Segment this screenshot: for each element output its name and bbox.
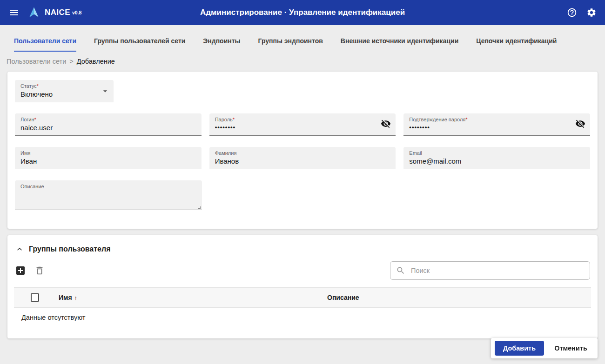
- email-label: Email: [409, 150, 585, 157]
- eye-off-icon[interactable]: [381, 119, 391, 131]
- last-name-input[interactable]: [215, 157, 364, 165]
- user-groups-card: Группы пользователя Имя ↑: [7, 235, 598, 338]
- status-label: Статус*: [20, 83, 108, 90]
- login-input[interactable]: [20, 124, 169, 132]
- table-header-row: Имя ↑ Описание: [14, 287, 591, 308]
- gear-icon[interactable]: [586, 7, 597, 18]
- user-form-card: Статус* Включено Логин* Пароль* Подтверж…: [7, 72, 598, 229]
- password-label: Пароль*: [215, 117, 390, 123]
- login-label: Логин*: [20, 117, 196, 123]
- group-search-box[interactable]: [390, 261, 590, 280]
- breadcrumb-separator: >: [69, 58, 73, 65]
- collapse-chevron-up-icon[interactable]: [15, 245, 24, 254]
- groups-table: Имя ↑ Описание Данные отсутствуют: [14, 287, 591, 338]
- first-name-input[interactable]: [20, 157, 169, 165]
- password-confirm-label: Подтверждение пароля*: [409, 117, 585, 123]
- help-icon[interactable]: [567, 7, 577, 18]
- tab-identity-chains[interactable]: Цепочки идентификаций: [476, 37, 557, 52]
- description-field[interactable]: Описание: [15, 180, 202, 210]
- email-input[interactable]: [409, 157, 558, 165]
- app-header: NAICE v0.8 Администрирование · Управлени…: [0, 0, 605, 25]
- password-confirm-field[interactable]: Подтверждение пароля*: [403, 113, 590, 136]
- breadcrumb-parent[interactable]: Пользователи сети: [7, 58, 66, 65]
- breadcrumb-current: Добавление: [77, 58, 115, 65]
- status-select[interactable]: Статус* Включено: [15, 80, 114, 102]
- search-icon: [396, 266, 405, 275]
- resize-handle-icon[interactable]: [198, 206, 201, 209]
- first-name-field[interactable]: Имя: [15, 147, 202, 169]
- password-confirm-input[interactable]: [409, 124, 558, 131]
- status-value: Включено: [20, 90, 108, 98]
- page-title: Администрирование · Управление идентифик…: [200, 8, 405, 17]
- empty-text: Данные отсутствуют: [21, 314, 85, 321]
- column-header-description[interactable]: Описание: [327, 294, 591, 301]
- main-tabs: Пользователи сети Группы пользователей с…: [0, 25, 605, 52]
- last-name-label: Фамилия: [215, 150, 390, 157]
- app-version: v0.8: [72, 10, 81, 15]
- chevron-down-icon: [101, 86, 110, 96]
- eye-off-icon[interactable]: [575, 119, 585, 131]
- hamburger-menu-icon[interactable]: [8, 7, 20, 18]
- login-field[interactable]: Логин*: [15, 113, 202, 136]
- add-group-button[interactable]: [15, 265, 26, 276]
- tab-endpoint-groups[interactable]: Группы эндпоинтов: [258, 37, 323, 52]
- form-actions-bar: Добавить Отменить: [491, 338, 598, 358]
- email-field[interactable]: Email: [403, 147, 590, 169]
- tab-network-user-groups[interactable]: Группы пользователей сети: [94, 37, 185, 52]
- submit-button[interactable]: Добавить: [495, 341, 544, 356]
- search-input[interactable]: [410, 266, 584, 275]
- tab-external-identity-sources[interactable]: Внешние источники идентификации: [341, 37, 458, 52]
- app-logo-icon: [27, 6, 41, 19]
- tab-endpoints[interactable]: Эндпоинты: [203, 37, 240, 52]
- section-title: Группы пользователя: [29, 245, 110, 253]
- description-label: Описание: [20, 184, 196, 190]
- description-input[interactable]: [20, 191, 170, 199]
- cancel-button[interactable]: Отменить: [548, 341, 594, 356]
- delete-group-button[interactable]: [34, 265, 45, 276]
- password-field[interactable]: Пароль*: [209, 113, 396, 136]
- table-empty-row: Данные отсутствуют: [14, 308, 591, 327]
- breadcrumb: Пользователи сети > Добавление: [7, 58, 605, 65]
- last-name-field[interactable]: Фамилия: [209, 147, 396, 169]
- select-all-checkbox[interactable]: [31, 293, 39, 302]
- first-name-label: Имя: [20, 150, 196, 157]
- password-input[interactable]: [215, 124, 364, 131]
- app-name: NAICE: [45, 8, 70, 17]
- tab-network-users[interactable]: Пользователи сети: [14, 37, 76, 52]
- column-header-name[interactable]: Имя ↑: [59, 294, 327, 301]
- sort-ascending-icon: ↑: [74, 294, 78, 301]
